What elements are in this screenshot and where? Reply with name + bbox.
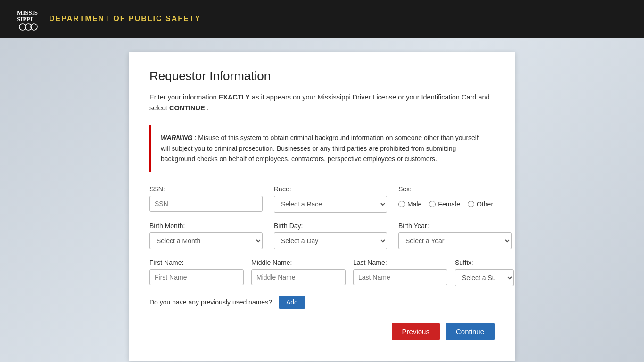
add-button[interactable]: Add xyxy=(279,296,305,309)
last-name-label: Last Name: xyxy=(353,259,447,266)
suffix-group: Suffix: Select a Su Jr. Sr. II III IV xyxy=(455,259,514,286)
header: MISSIS SIPPI DEPARTMENT OF PUBLIC SAFETY xyxy=(0,0,644,38)
sex-options: Male Female Other xyxy=(398,200,495,208)
birth-year-label: Birth Year: xyxy=(398,222,512,230)
first-name-input[interactable] xyxy=(149,269,244,285)
ssn-label: SSN: xyxy=(149,185,263,193)
warning-box: WARNING : Misuse of this system to obtai… xyxy=(149,125,495,172)
birth-row: Birth Month: Select a Month January Febr… xyxy=(149,222,495,249)
button-row: Previous Continue xyxy=(149,323,495,340)
sex-option-male[interactable]: Male xyxy=(398,200,421,208)
svg-text:SIPPI: SIPPI xyxy=(17,16,33,23)
birth-month-select[interactable]: Select a Month January February March Ap… xyxy=(149,232,263,249)
warning-label: WARNING xyxy=(161,134,193,141)
birth-day-label: Birth Day: xyxy=(274,222,387,230)
sex-option-female[interactable]: Female xyxy=(429,200,460,208)
birth-day-select[interactable]: Select a Day for(let i=1;i<=31;i++) docu… xyxy=(274,232,387,249)
instruction-part1: Enter your information xyxy=(149,93,219,101)
header-title: DEPARTMENT OF PUBLIC SAFETY xyxy=(49,15,201,23)
birth-year-group: Birth Year: Select a Year for(let y=2024… xyxy=(398,222,512,249)
instruction-continue: CONTINUE xyxy=(169,104,205,112)
instruction-exactly: EXACTLY xyxy=(219,93,250,101)
sex-radio-female[interactable] xyxy=(429,201,436,207)
sex-female-label: Female xyxy=(438,200,460,208)
birth-day-group: Birth Day: Select a Day for(let i=1;i<=3… xyxy=(274,222,387,249)
page-title: Requestor Information xyxy=(149,69,495,83)
suffix-label: Suffix: xyxy=(455,259,514,266)
previous-button[interactable]: Previous xyxy=(392,323,440,340)
main-content: Requestor Information Enter your informa… xyxy=(0,38,644,362)
birth-month-label: Birth Month: xyxy=(149,222,263,230)
sex-other-label: Other xyxy=(477,200,493,208)
race-label: Race: xyxy=(274,185,387,193)
sex-male-label: Male xyxy=(407,200,421,208)
instruction-text: Enter your information EXACTLY as it app… xyxy=(149,92,495,114)
instruction-period: . xyxy=(207,104,209,112)
first-name-group: First Name: xyxy=(149,259,244,285)
header-logo: MISSIS SIPPI DEPARTMENT OF PUBLIC SAFETY xyxy=(14,6,201,32)
first-name-label: First Name: xyxy=(149,259,244,266)
middle-name-input[interactable] xyxy=(251,269,346,285)
prev-names-label: Do you have any previously used names? xyxy=(149,298,272,306)
race-select[interactable]: Select a Race American Indian or Alaska … xyxy=(274,196,387,213)
prev-names-row: Do you have any previously used names? A… xyxy=(149,296,495,309)
birth-year-select[interactable]: Select a Year for(let y=2024;y>=1900;y--… xyxy=(398,232,512,249)
ssn-input[interactable] xyxy=(149,196,263,212)
name-row: First Name: Middle Name: Last Name: Suff… xyxy=(149,259,495,286)
sex-group: Sex: Male Female Other xyxy=(398,185,495,208)
ssn-race-sex-row: SSN: Race: Select a Race American Indian… xyxy=(149,185,495,213)
continue-button[interactable]: Continue xyxy=(446,323,495,340)
svg-text:MISSIS: MISSIS xyxy=(17,9,38,16)
warning-text: : Misuse of this system to obtain crimin… xyxy=(161,134,479,163)
mississippi-logo: MISSIS SIPPI xyxy=(14,6,42,32)
middle-name-group: Middle Name: xyxy=(251,259,346,285)
middle-name-label: Middle Name: xyxy=(251,259,346,266)
last-name-input[interactable] xyxy=(353,269,447,285)
sex-label: Sex: xyxy=(398,185,495,193)
race-group: Race: Select a Race American Indian or A… xyxy=(274,185,387,213)
last-name-group: Last Name: xyxy=(353,259,447,285)
sex-radio-other[interactable] xyxy=(468,201,474,207)
ssn-group: SSN: xyxy=(149,185,263,212)
suffix-select[interactable]: Select a Su Jr. Sr. II III IV xyxy=(455,269,514,286)
birth-month-group: Birth Month: Select a Month January Febr… xyxy=(149,222,263,249)
form-card: Requestor Information Enter your informa… xyxy=(129,52,515,361)
sex-option-other[interactable]: Other xyxy=(468,200,493,208)
sex-radio-male[interactable] xyxy=(398,201,405,207)
